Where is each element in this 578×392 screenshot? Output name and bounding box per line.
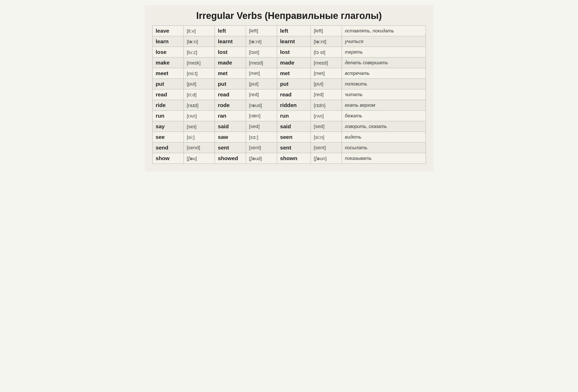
base-form: learn: [152, 36, 184, 47]
past-participle: ridden: [277, 100, 311, 111]
table-row: make[meɪk]made[meɪd]made[meɪd]делать сов…: [152, 58, 426, 68]
translation: оставлять, покидать: [342, 26, 426, 36]
past-transcription: [meɪd]: [246, 58, 277, 68]
verbs-table: leave[liːv]left[left]left[left]оставлять…: [152, 25, 426, 164]
pp-transcription: [red]: [311, 89, 342, 100]
base-transcription: [miːt]: [184, 68, 215, 79]
base-transcription: [luːz]: [184, 47, 215, 58]
translation: бежать: [342, 111, 426, 121]
translation: делать совершать: [342, 58, 426, 68]
past-transcription: [left]: [246, 26, 277, 36]
base-transcription: [meɪk]: [184, 58, 215, 68]
base-form: show: [152, 153, 184, 164]
base-transcription: [ləːn]: [184, 36, 215, 47]
past-participle: learnt: [277, 36, 311, 47]
past-participle: sent: [277, 142, 311, 153]
table-row: meet[miːt]met[met]met[met]встречать: [152, 68, 426, 79]
translation: встречать: [342, 68, 426, 79]
pp-transcription: [siːn]: [311, 132, 342, 142]
pp-transcription: [left]: [311, 26, 342, 36]
past-transcription: [put]: [246, 79, 277, 89]
base-form: put: [152, 79, 184, 89]
past-transcription: [ræn]: [246, 111, 277, 121]
table-row: learn[ləːn]learnt[ləːnt]learnt[ləːnt]учи…: [152, 36, 426, 47]
table-row: send[send]sent[sent]sent[sent]посылать: [152, 142, 426, 153]
past-simple: learnt: [215, 36, 246, 47]
past-participle: read: [277, 89, 311, 100]
base-transcription: [send]: [184, 142, 215, 153]
table-row: see[siː]saw[sɔː]seen[siːn]видеть: [152, 132, 426, 142]
base-transcription: [riːd]: [184, 89, 215, 100]
base-form: send: [152, 142, 184, 153]
past-participle: seen: [277, 132, 311, 142]
pp-transcription: [put]: [311, 79, 342, 89]
past-participle: met: [277, 68, 311, 79]
pp-transcription: [lɔ st]: [311, 47, 342, 58]
past-transcription: [rəud]: [246, 100, 277, 111]
past-simple: made: [215, 58, 246, 68]
base-form: see: [152, 132, 184, 142]
pp-transcription: [sent]: [311, 142, 342, 153]
table-row: leave[liːv]left[left]left[left]оставлять…: [152, 26, 426, 36]
past-participle: put: [277, 79, 311, 89]
pp-transcription: [ləːnt]: [311, 36, 342, 47]
page-container: Irregular Verbs (Неправильные глаголы) l…: [145, 5, 434, 172]
past-simple: saw: [215, 132, 246, 142]
table-row: ride[raɪd]rode[rəud]ridden[rɪdn]ехать ве…: [152, 100, 426, 111]
past-participle: made: [277, 58, 311, 68]
table-row: put[put]put[put]put[put]положить: [152, 79, 426, 89]
translation: посылать: [342, 142, 426, 153]
past-participle: said: [277, 121, 311, 132]
past-simple: sent: [215, 142, 246, 153]
past-participle: left: [277, 26, 311, 36]
table-row: show[ʃəu]showed[ʃəud]shown[ʃəun]показыва…: [152, 153, 426, 164]
past-participle: run: [277, 111, 311, 121]
base-form: ride: [152, 100, 184, 111]
translation: показывать: [342, 153, 426, 164]
translation: видеть: [342, 132, 426, 142]
page-title: Irregular Verbs (Неправильные глаголы): [152, 10, 426, 21]
translation: положить: [342, 79, 426, 89]
pp-transcription: [sed]: [311, 121, 342, 132]
past-simple: ran: [215, 111, 246, 121]
past-simple: met: [215, 68, 246, 79]
past-simple: said: [215, 121, 246, 132]
translation: терять: [342, 47, 426, 58]
past-participle: lost: [277, 47, 311, 58]
pp-transcription: [meɪd]: [311, 58, 342, 68]
past-transcription: [sent]: [246, 142, 277, 153]
past-transcription: [sɔː]: [246, 132, 277, 142]
base-transcription: [raɪd]: [184, 100, 215, 111]
past-transcription: [ʃəud]: [246, 153, 277, 164]
past-transcription: [sed]: [246, 121, 277, 132]
base-transcription: [siː]: [184, 132, 215, 142]
base-form: make: [152, 58, 184, 68]
base-transcription: [liːv]: [184, 26, 215, 36]
past-transcription: [lɔst]: [246, 47, 277, 58]
base-form: read: [152, 89, 184, 100]
table-row: run[rʌn]ran[ræn]run[rʌn]бежать: [152, 111, 426, 121]
table-row: lose[luːz]lost[lɔst]lost[lɔ st]терять: [152, 47, 426, 58]
past-simple: left: [215, 26, 246, 36]
pp-transcription: [rɪdn]: [311, 100, 342, 111]
pp-transcription: [met]: [311, 68, 342, 79]
pp-transcription: [ʃəun]: [311, 153, 342, 164]
base-form: say: [152, 121, 184, 132]
translation: читать: [342, 89, 426, 100]
base-form: lose: [152, 47, 184, 58]
table-row: say[seɪ]said[sed]said[sed]говорить, сказ…: [152, 121, 426, 132]
past-simple: showed: [215, 153, 246, 164]
base-form: meet: [152, 68, 184, 79]
past-transcription: [met]: [246, 68, 277, 79]
past-simple: lost: [215, 47, 246, 58]
base-form: run: [152, 111, 184, 121]
base-transcription: [ʃəu]: [184, 153, 215, 164]
pp-transcription: [rʌn]: [311, 111, 342, 121]
base-transcription: [seɪ]: [184, 121, 215, 132]
table-row: read[riːd]read[red]read[red]читать: [152, 89, 426, 100]
translation: говорить, сказать: [342, 121, 426, 132]
base-form: leave: [152, 26, 184, 36]
translation: ехать верхом: [342, 100, 426, 111]
past-simple: read: [215, 89, 246, 100]
base-transcription: [rʌn]: [184, 111, 215, 121]
